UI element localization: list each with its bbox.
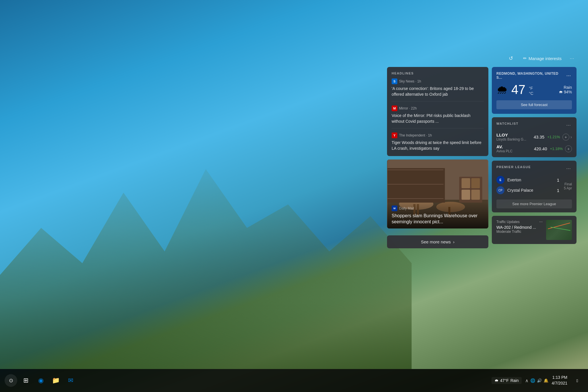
mirror-icon: M — [392, 105, 397, 111]
temp-fahrenheit: °F — [529, 86, 533, 91]
search-button[interactable]: ⊙ — [5, 374, 17, 387]
svg-rect-15 — [388, 198, 444, 199]
panel-columns: HEADLINES S Sky News · 1h 'A course corr… — [387, 67, 577, 248]
watchlist-more-options-icon: ⋯ — [566, 122, 571, 128]
news-item-1[interactable]: S Sky News · 1h 'A course correction': B… — [392, 78, 484, 101]
file-explorer-button[interactable]: 📁 — [49, 374, 62, 387]
weather-unit: °F °C — [529, 86, 533, 96]
crystal-palace-icon: CP — [496, 186, 504, 194]
see-full-forecast-button[interactable]: See full forecast — [496, 100, 572, 109]
rain-drop-icon: 🌧 — [559, 90, 564, 94]
temp-celsius: °C — [529, 91, 533, 96]
independent-source-time: The Independent · 1h — [399, 133, 432, 137]
traffic-status: Moderate Traffic — [496, 230, 543, 234]
svg-rect-10 — [462, 190, 470, 200]
team-row-everton: E Everton 1 — [496, 176, 564, 184]
traffic-info: Traffic Updates ⋯ WA-202 / Redmond ... M… — [496, 220, 543, 234]
system-tray-icons: ∧ 🌐 🔊 🔔 — [525, 378, 548, 383]
watchlist-header: WATCHLIST ⋯ — [496, 121, 572, 129]
image-news-card[interactable]: M Daily Mail Shoppers slam Bunnings Ware… — [387, 160, 488, 228]
weather-more-options-icon: ⋯ — [566, 73, 571, 78]
everton-icon: E — [496, 176, 504, 184]
taskbar-weather-temp: 47°F — [500, 378, 509, 383]
edge-browser-button[interactable]: ◉ — [34, 374, 47, 387]
league-header: PREMIER LEAGUE ⋯ — [496, 165, 572, 172]
traffic-card: Traffic Updates ⋯ WA-202 / Redmond ... M… — [492, 216, 577, 244]
see-more-news-button[interactable]: See more news › — [387, 235, 488, 248]
weather-precipitation: 🌧 94% — [559, 90, 572, 94]
weather-location-text: REDMOND, WASHINGTON, UNITED S... — [496, 72, 565, 80]
traffic-map — [546, 220, 572, 240]
news-item-2[interactable]: M Mirror · 22h Voice of the Mirror: PM r… — [392, 105, 484, 128]
headlines-label: HEADLINES — [392, 72, 484, 75]
svg-rect-12 — [388, 168, 445, 203]
chevron-up-icon[interactable]: ∧ — [525, 378, 529, 383]
stock-item-lloy[interactable]: LLOY Lloyds Banking G... 43.35 +1.21% + … — [496, 132, 572, 141]
daily-mail-icon: M — [392, 205, 397, 211]
traffic-more-options[interactable]: ⋯ — [539, 220, 543, 224]
news-item-3[interactable]: Y The Independent · 1h Tiger Woods drivi… — [392, 132, 484, 151]
refresh-button[interactable]: ↺ — [506, 53, 516, 64]
system-clock[interactable]: 1:13 PM 4/7/2021 — [552, 375, 568, 386]
sky-news-icon: S — [392, 78, 397, 84]
watchlist-card: WATCHLIST ⋯ LLOY Lloyds Banking G... 43.… — [492, 117, 577, 157]
stock-price-av: 420.40 — [534, 146, 547, 151]
news-title-2: Voice of the Mirror: PM risks public bac… — [392, 113, 484, 124]
stock-item-av[interactable]: AV. Aviva PLC 420.40 +1.18% + — [496, 144, 572, 153]
clock-time: 1:13 PM — [552, 375, 568, 381]
panel-more-options-button[interactable]: ⋯ — [568, 55, 575, 62]
see-more-news-arrow: › — [453, 239, 454, 244]
headlines-card: HEADLINES S Sky News · 1h 'A course corr… — [387, 67, 488, 156]
watchlist-more-options-button[interactable]: ⋯ — [565, 121, 572, 129]
svg-rect-8 — [462, 178, 470, 188]
widgets-button[interactable]: ⊞ — [20, 374, 32, 387]
clock-date: 4/7/2021 — [552, 381, 568, 386]
watchlist-label: WATCHLIST — [496, 122, 519, 125]
news-source-1: S Sky News · 1h — [392, 78, 484, 84]
news-title-3: Tiger Woods driving at twice the speed l… — [392, 140, 484, 151]
match-date: 5 Apr — [564, 186, 572, 190]
right-column: REDMOND, WASHINGTON, UNITED S... ⋯ 🌧 47 … — [492, 67, 577, 244]
stock-name-lloy: Lloyds Banking G... — [496, 137, 534, 141]
taskbar-weather[interactable]: 🌧 47°F Rain — [492, 377, 522, 384]
team-row-crystal-palace: CP Crystal Palace 1 — [496, 186, 564, 194]
search-icon: ⊙ — [9, 377, 13, 384]
sky-news-source-time: Sky News · 1h — [399, 79, 421, 83]
everton-name: Everton — [507, 178, 557, 182]
see-more-premier-league-button[interactable]: See more Premier League — [496, 199, 572, 208]
taskbar: ⊙ ⊞ ◉ 📁 ✉ 🌧 47°F Rain ∧ 🌐 🔊 🔔 1:13 PM 4/ — [0, 369, 588, 392]
network-icon[interactable]: 🌐 — [530, 378, 535, 383]
stock-price-lloy: 43.35 — [534, 134, 545, 139]
precipitation-value: 94% — [564, 90, 572, 94]
volume-icon[interactable]: 🔊 — [537, 378, 542, 383]
image-overlay: M Daily Mail Shoppers slam Bunnings Ware… — [387, 202, 488, 228]
notification-bell-icon[interactable]: 🔔 — [543, 378, 548, 383]
daily-mail-label: Daily Mail — [399, 206, 414, 210]
image-news-title: Shoppers slam Bunnings Warehouse over se… — [392, 213, 484, 225]
stock-add-button-av[interactable]: + — [565, 145, 572, 152]
news-title-1: 'A course correction': Britons aged 18-2… — [392, 86, 484, 97]
stock-ticker-av: AV. — [496, 144, 534, 149]
image-source-row: M Daily Mail — [392, 205, 484, 211]
traffic-section-label: Traffic Updates ⋯ — [496, 220, 543, 224]
league-more-options-button[interactable]: ⋯ — [565, 165, 572, 172]
stock-chart-button-lloy[interactable]: › — [570, 134, 572, 140]
stock-change-lloy: +1.21% — [547, 135, 560, 139]
mail-icon: ✉ — [68, 377, 73, 384]
see-more-news-label: See more news — [421, 239, 451, 244]
weather-temperature: 47 — [511, 82, 525, 97]
weather-icon: 🌧 — [496, 83, 508, 96]
independent-icon: Y — [392, 132, 397, 138]
weather-card: REDMOND, WASHINGTON, UNITED S... ⋯ 🌧 47 … — [492, 67, 577, 114]
manage-interests-button[interactable]: ✏ Manage interests — [521, 55, 564, 62]
match-row: E Everton 1 CP Crystal Palace 1 Final — [496, 176, 572, 197]
show-desktop-button[interactable]: ▯ — [571, 374, 583, 387]
weather-more-options-button[interactable]: ⋯ — [565, 72, 572, 80]
taskbar-left: ⊙ ⊞ ◉ 📁 ✉ — [5, 374, 77, 387]
mail-button[interactable]: ✉ — [64, 374, 77, 387]
weather-condition: Rain — [559, 85, 572, 90]
stock-info-lloy: LLOY Lloyds Banking G... — [496, 132, 534, 141]
svg-rect-9 — [471, 178, 480, 188]
stock-add-button-lloy[interactable]: + — [562, 134, 569, 141]
premier-league-card: PREMIER LEAGUE ⋯ E Everton 1 — [492, 161, 577, 212]
